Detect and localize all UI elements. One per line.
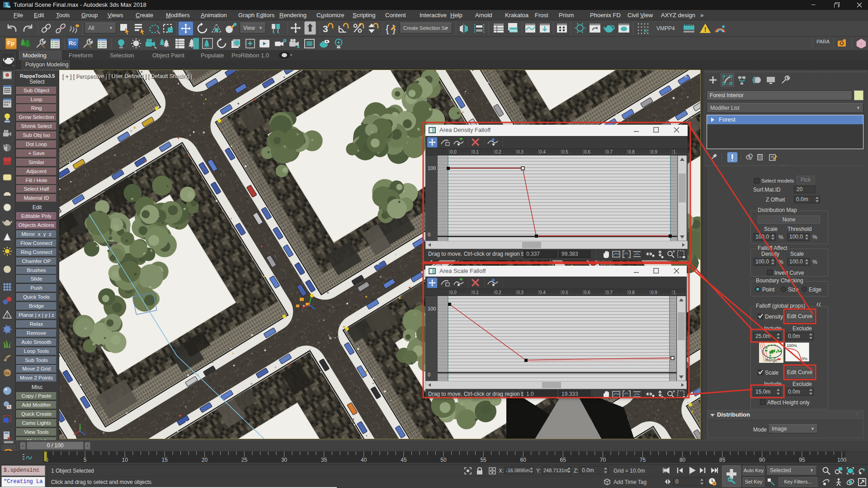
svg-text:Range: Range (765, 358, 778, 362)
svg-text:0.6: 0.6 (584, 290, 590, 295)
svg-text:50: 50 (440, 457, 447, 463)
svg-text:55: 55 (480, 457, 486, 463)
svg-text:60: 60 (520, 457, 527, 463)
svg-text:1.: 1. (673, 290, 677, 295)
svg-text:3: 3 (323, 23, 328, 34)
svg-text:!: ! (704, 26, 707, 33)
svg-text:80: 80 (679, 457, 686, 463)
svg-text:Ox: Ox (4, 371, 9, 375)
svg-text:5: 5 (84, 457, 87, 463)
svg-text:10: 10 (122, 457, 128, 463)
svg-text:100%: 100% (787, 343, 797, 348)
svg-text:0%: 0% (802, 357, 807, 361)
svg-text:65: 65 (560, 457, 566, 463)
svg-text:0.1: 0.1 (472, 150, 479, 155)
svg-text:A: A (644, 28, 647, 34)
svg-text:0.8: 0.8 (628, 290, 635, 295)
svg-text:25: 25 (241, 457, 248, 463)
svg-text:0.3: 0.3 (517, 290, 524, 295)
svg-text:0.1: 0.1 (472, 290, 479, 295)
svg-text:85: 85 (719, 457, 726, 463)
svg-text:75: 75 (640, 457, 646, 463)
svg-text:70: 70 (600, 457, 606, 463)
svg-text:0.4: 0.4 (539, 290, 546, 295)
svg-text:0.7: 0.7 (606, 290, 613, 295)
svg-text:100: 100 (837, 457, 846, 463)
svg-text:HF: HF (4, 357, 9, 361)
svg-text:30: 30 (281, 457, 288, 463)
svg-text:0.7: 0.7 (606, 150, 613, 155)
svg-text:1.: 1. (673, 150, 677, 155)
svg-text:0.0: 0.0 (450, 290, 457, 295)
svg-text:15: 15 (162, 457, 168, 463)
svg-text:0.0: 0.0 (450, 150, 457, 155)
svg-text:0.6: 0.6 (584, 150, 590, 155)
svg-text:40: 40 (361, 457, 367, 463)
svg-text:35: 35 (321, 457, 327, 463)
svg-text:0.4: 0.4 (539, 150, 546, 155)
svg-text:20: 20 (202, 457, 208, 463)
svg-text:0.8: 0.8 (628, 150, 635, 155)
svg-text:45: 45 (401, 457, 407, 463)
svg-text:{: { (386, 23, 389, 34)
svg-text:95: 95 (799, 457, 805, 463)
svg-text:90: 90 (759, 457, 765, 463)
svg-text:0.3: 0.3 (517, 150, 524, 155)
